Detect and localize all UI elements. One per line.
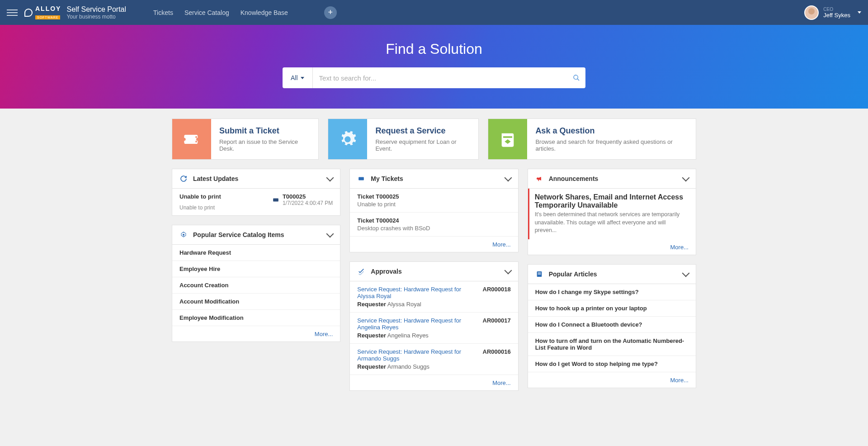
approval-id: AR000018	[483, 286, 511, 293]
top-nav: Tickets Service Catalog Knowledge Base	[153, 9, 288, 16]
hero-title: Find a Solution	[0, 41, 868, 57]
ticket-item[interactable]: Ticket T000025 Unable to print	[350, 189, 518, 213]
approval-item[interactable]: Service Request: Hardware Request for Al…	[350, 281, 518, 313]
catalog-item[interactable]: Employee Hire	[172, 261, 340, 277]
nav-knowledge-base[interactable]: Knowledge Base	[241, 9, 288, 16]
catalog-item[interactable]: Account Modification	[172, 294, 340, 310]
widget-row: Latest Updates Unable to print Unable to…	[172, 169, 696, 391]
widget-title: My Tickets	[371, 175, 505, 182]
widget-header[interactable]: Approvals	[350, 262, 518, 281]
add-button[interactable]: +	[324, 6, 337, 19]
approval-id: AR000017	[483, 317, 511, 324]
submit-ticket-card[interactable]: Submit a Ticket Report an issue to the S…	[172, 119, 319, 160]
logo-icon	[24, 9, 33, 17]
chevron-down-icon	[326, 230, 334, 238]
chevron-down-icon	[504, 267, 512, 275]
content: Submit a Ticket Report an issue to the S…	[172, 109, 696, 409]
ticket-desc: Unable to print	[357, 201, 510, 208]
request-service-card[interactable]: Request a Service Reserve equipment for …	[328, 119, 479, 160]
action-desc: Reserve equipment for Loan or Event.	[375, 138, 470, 152]
bullhorn-icon	[535, 175, 543, 183]
user-menu[interactable]: CEO Jeff Sykes	[804, 5, 861, 20]
more-link[interactable]: More...	[670, 244, 689, 251]
nav-tickets[interactable]: Tickets	[153, 9, 173, 16]
title-block: Self Service Portal Your business motto	[66, 5, 126, 20]
article-item[interactable]: How do I change my Skype settings?	[528, 284, 696, 300]
ticket-item[interactable]: Ticket T000024 Desktop crashes with BSoD	[350, 213, 518, 237]
ticket-icon	[172, 119, 211, 159]
announcements-widget: Announcements Network Shares, Email and …	[528, 169, 696, 255]
logo-text: ALLOY	[35, 5, 61, 12]
widget-header[interactable]: Popular Service Catalog Items	[172, 225, 340, 245]
more-link[interactable]: More...	[315, 331, 333, 337]
action-row: Submit a Ticket Report an issue to the S…	[172, 119, 696, 160]
widget-title: Approvals	[371, 268, 505, 275]
widget-header[interactable]: Latest Updates	[172, 169, 340, 189]
catalog-item[interactable]: Hardware Request	[172, 245, 340, 261]
svg-rect-7	[538, 274, 541, 274]
requester-label: Requester	[357, 332, 386, 339]
search-input[interactable]	[313, 74, 567, 82]
menu-icon[interactable]	[7, 7, 18, 18]
article-item[interactable]: How to turn off and turn on the Automati…	[528, 333, 696, 356]
more-link[interactable]: More...	[670, 377, 689, 384]
latest-update-item[interactable]: Unable to print Unable to print T000025 …	[172, 189, 340, 215]
approval-link: Service Request: Hardware Request for Ar…	[357, 348, 461, 362]
nav-service-catalog[interactable]: Service Catalog	[184, 9, 229, 16]
article-item[interactable]: How do I Connect a Bluetooth device?	[528, 317, 696, 333]
ask-question-card[interactable]: Ask a Question Browse and search for fre…	[488, 119, 696, 160]
user-role: CEO	[823, 7, 850, 12]
chevron-down-icon	[504, 174, 512, 182]
announcement-item[interactable]: Network Shares, Email and Internet Acces…	[528, 189, 696, 239]
widget-title: Latest Updates	[193, 175, 327, 182]
ticket-icon	[357, 175, 365, 183]
more-link[interactable]: More...	[492, 241, 510, 248]
action-title: Submit a Ticket	[219, 126, 311, 136]
svg-point-3	[183, 234, 184, 236]
logo-block[interactable]: ALLOY SOFTWARE Self Service Portal Your …	[24, 5, 126, 20]
widget-header[interactable]: My Tickets	[350, 169, 518, 189]
article-item[interactable]: How do I get Word to stop helping me typ…	[528, 356, 696, 372]
approval-link: Service Request: Hardware Request for An…	[357, 317, 461, 331]
chevron-down-icon	[858, 11, 861, 14]
svg-rect-6	[538, 272, 541, 273]
search-filter-label: All	[291, 74, 298, 81]
ticket-desc: Desktop crashes with BSoD	[357, 225, 510, 232]
widget-header[interactable]: Popular Articles	[528, 265, 696, 284]
approvals-widget: Approvals Service Request: Hardware Requ…	[349, 261, 518, 391]
article-icon	[535, 270, 543, 278]
svg-rect-2	[273, 199, 278, 202]
top-header: ALLOY SOFTWARE Self Service Portal Your …	[0, 0, 868, 25]
lu-id: T000025	[283, 193, 333, 200]
widget-title: Popular Articles	[549, 270, 683, 278]
approval-item[interactable]: Service Request: Hardware Request for Ar…	[350, 344, 518, 375]
widget-header[interactable]: Announcements	[528, 169, 696, 189]
article-item[interactable]: How to hook up a printer on your laptop	[528, 300, 696, 317]
catalog-item[interactable]: Account Creation	[172, 277, 340, 294]
refresh-icon	[179, 175, 188, 183]
chevron-down-icon	[682, 174, 689, 182]
chevron-down-icon	[326, 174, 334, 182]
catalog-item[interactable]: Employee Modification	[172, 310, 340, 326]
action-desc: Browse and search for frequently asked q…	[535, 138, 688, 152]
requester-name: Armando Suggs	[387, 363, 429, 370]
book-icon	[488, 119, 527, 159]
logo-sub: SOFTWARE	[35, 15, 60, 19]
svg-rect-4	[359, 177, 364, 180]
ticket-title: Ticket T000024	[357, 217, 510, 224]
more-link[interactable]: More...	[492, 380, 510, 386]
my-tickets-widget: My Tickets Ticket T000025 Unable to prin…	[349, 169, 518, 252]
approval-item[interactable]: Service Request: Hardware Request for An…	[350, 313, 518, 344]
chevron-down-icon	[682, 269, 689, 277]
avatar	[804, 5, 819, 20]
portal-title: Self Service Portal	[66, 5, 126, 14]
requester-label: Requester	[357, 363, 386, 370]
svg-point-0	[574, 75, 578, 79]
lu-date: 1/7/2022 4:00:47 PM	[283, 200, 333, 206]
announcement-title: Network Shares, Email and Internet Acces…	[535, 193, 689, 209]
col-2: My Tickets Ticket T000025 Unable to prin…	[349, 169, 518, 391]
search-filter[interactable]: All	[283, 67, 313, 88]
search-icon[interactable]	[567, 74, 585, 81]
check-icon	[357, 267, 365, 275]
gear-icon	[179, 231, 188, 239]
